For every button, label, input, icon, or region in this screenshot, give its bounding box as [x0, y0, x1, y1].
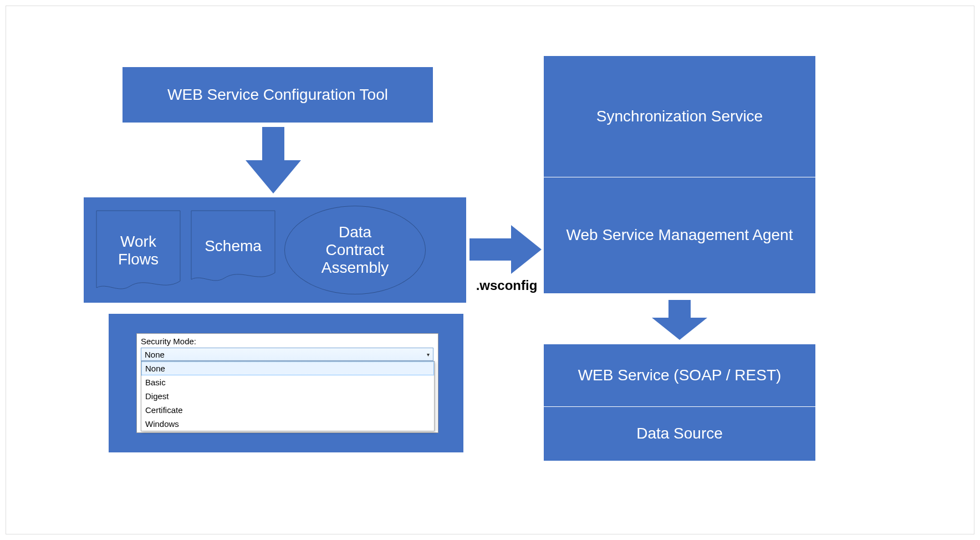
- workflows-doc: Work Flows: [96, 210, 181, 291]
- svg-marker-0: [246, 127, 301, 193]
- management-agent-label: Web Service Management Agent: [566, 226, 793, 244]
- config-tool-label: WEB Service Configuration Tool: [167, 86, 388, 104]
- schema-doc: Schema: [191, 210, 275, 282]
- workflows-label: Work Flows: [118, 233, 159, 268]
- dropdown-item-windows[interactable]: Windows: [141, 417, 434, 431]
- security-mode-label: Security Mode:: [141, 337, 196, 346]
- arrow-down-icon-2: [652, 300, 707, 340]
- security-mode-combobox[interactable]: None ▾: [141, 348, 433, 361]
- chevron-down-icon: ▾: [427, 351, 430, 358]
- arrow-down-icon: [246, 127, 301, 193]
- config-tool-box: WEB Service Configuration Tool: [122, 67, 433, 123]
- dropdown-item-none[interactable]: None: [141, 361, 434, 375]
- diagram-canvas: WEB Service Configuration Tool Work Flow…: [6, 6, 974, 534]
- data-source-box: Data Source: [544, 406, 815, 461]
- divider-1: [544, 177, 815, 177]
- schema-label: Schema: [205, 237, 262, 255]
- wsconfig-label: .wsconfig: [471, 278, 543, 293]
- dropdown-item-basic[interactable]: Basic: [141, 375, 434, 389]
- data-source-label: Data Source: [636, 425, 723, 442]
- management-agent-box: Web Service Management Agent: [544, 177, 815, 293]
- sync-service-box: Synchronization Service: [544, 56, 815, 177]
- sync-service-label: Synchronization Service: [596, 108, 763, 125]
- divider-2: [544, 406, 815, 407]
- dropdown-item-certificate[interactable]: Certificate: [141, 403, 434, 417]
- svg-marker-1: [469, 225, 542, 274]
- data-contract-ellipse: Data Contract Assembly: [284, 206, 426, 294]
- arrow-right-icon: [469, 225, 542, 274]
- web-service-box: WEB Service (SOAP / REST): [544, 344, 815, 406]
- security-mode-dropdown[interactable]: None Basic Digest Certificate Windows: [141, 361, 435, 431]
- security-mode-selected: None: [145, 350, 165, 359]
- dropdown-item-digest[interactable]: Digest: [141, 389, 434, 403]
- web-service-label: WEB Service (SOAP / REST): [578, 366, 782, 384]
- data-contract-label: Data Contract Assembly: [321, 223, 389, 277]
- svg-marker-2: [652, 300, 707, 340]
